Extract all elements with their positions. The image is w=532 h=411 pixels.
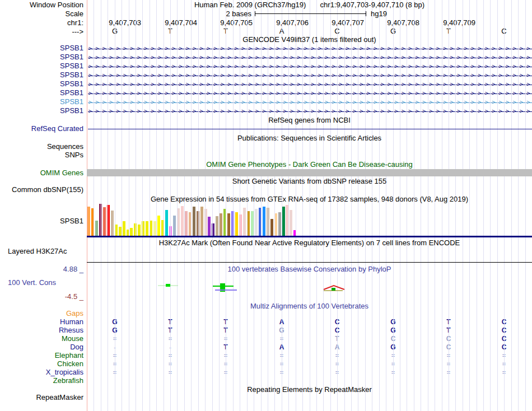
assembly-label: Human Feb. 2009 (GRCh37/hg19) — [194, 1, 306, 9]
track-label-gtex-spsb1[interactable]: SPSB1 — [0, 217, 83, 225]
h3k27ac-baseline — [87, 262, 532, 263]
grid-line — [254, 0, 254, 411]
grid-line — [156, 0, 157, 411]
gtex-bar — [270, 219, 273, 236]
track-label-100-vert-cons[interactable]: 100 Vert. Cons — [8, 279, 56, 287]
grid-line — [421, 0, 421, 411]
track-label-sequences[interactable]: Sequences — [0, 143, 83, 151]
genome-browser-image: Zebrafish========X_tropicalis========Chi… — [0, 0, 532, 411]
gene-direction-arrows: >>>>>>>>>>>>>>>>>>>>>>>>>>>>>>>>>>>>>>>>… — [88, 62, 532, 71]
track-title-dbsnp[interactable]: Short Genetic Variants from dbSNP releas… — [87, 178, 532, 185]
gtex-bar — [227, 213, 230, 236]
scale-bar — [255, 13, 366, 14]
position-tick-label: 9,407,706 — [262, 19, 309, 26]
track-label-common-dbsnp[interactable]: Common dbSNP(155) — [0, 186, 83, 194]
grid-line — [268, 0, 268, 411]
track-label-layered-h3k27ac[interactable]: Layered H3K27Ac — [8, 247, 67, 255]
gtex-bar — [146, 221, 148, 236]
grid-line — [511, 0, 512, 411]
species-label-human[interactable]: Human — [0, 318, 83, 326]
species-label-mouse[interactable]: Mouse — [0, 335, 83, 343]
grid-line — [483, 0, 484, 411]
position-tick-label: 9,407,709 — [428, 19, 475, 26]
track-title-publications[interactable]: Publications: Sequences in Scientific Ar… — [87, 134, 532, 142]
gtex-bar — [290, 210, 292, 236]
grid-line — [351, 0, 352, 411]
grid-line — [310, 0, 310, 411]
gtex-baseline — [87, 236, 532, 237]
track-title-phylop[interactable]: 100 vertebrates Basewise Conservation by… — [87, 265, 532, 273]
omim-genes-bar[interactable] — [87, 169, 532, 176]
grid-line — [115, 0, 115, 411]
gene-label-spsb1[interactable]: SPSB1 — [0, 80, 83, 88]
grid-line — [435, 0, 435, 411]
gtex-bar — [208, 217, 211, 236]
grid-line — [469, 0, 470, 411]
gene-label-spsb1[interactable]: SPSB1 — [0, 89, 83, 97]
grid-line — [393, 0, 394, 411]
gene-direction-arrows: >>>>>>>>>>>>>>>>>>>>>>>>>>>>>>>>>>>>>>>>… — [88, 98, 532, 107]
species-label-chicken[interactable]: Chicken — [0, 360, 83, 368]
phylop-mark-shape — [166, 284, 170, 287]
species-label-elephant[interactable]: Elephant — [0, 352, 83, 359]
scale-bar-left-tick — [255, 11, 255, 16]
phylop-min-label: -4.5 _ — [0, 293, 83, 301]
grid-line — [490, 0, 491, 411]
track-label-gaps[interactable]: Gaps — [0, 310, 83, 317]
track-title-multiz[interactable]: Multiz Alignments of 100 Vertebrates — [87, 302, 532, 310]
gene-direction-arrows: >>>>>>>>>>>>>>>>>>>>>>>>>>>>>>>>>>>>>>>>… — [88, 80, 532, 89]
species-label-rhesus[interactable]: Rhesus — [0, 326, 83, 334]
strand-label: ---> — [0, 28, 83, 36]
track-title-gtex[interactable]: Gene Expression in 54 tissues from GTEx … — [87, 195, 532, 203]
grid-line — [94, 0, 94, 411]
track-title-gencode[interactable]: GENCODE V49lift37 (1 items filtered out) — [87, 36, 532, 44]
species-label-zebrafish[interactable]: Zebrafish — [0, 377, 83, 385]
refseq-curated-line[interactable] — [88, 129, 532, 129]
gene-label-spsb1[interactable]: SPSB1 — [0, 53, 83, 61]
gtex-bar-chart[interactable] — [87, 202, 298, 236]
grid-line — [226, 0, 226, 411]
gene-direction-arrows: >>>>>>>>>>>>>>>>>>>>>>>>>>>>>>>>>>>>>>>>… — [88, 89, 532, 98]
track-label-refseq-curated[interactable]: RefSeq Curated — [0, 125, 83, 133]
gtex-bar — [200, 207, 203, 236]
track-label-snps[interactable]: SNPs — [0, 151, 83, 159]
gtex-bar — [263, 207, 265, 236]
track-title-h3k27ac[interactable]: H3K27Ac Mark (Often Found Near Active Re… — [87, 239, 532, 247]
track-title-refseq[interactable]: RefSeq genes from NCBI — [87, 116, 532, 124]
species-label-dog[interactable]: Dog — [0, 343, 83, 351]
grid-line — [205, 0, 206, 411]
grid-line — [101, 0, 101, 411]
scale-value: 2 bases — [195, 10, 251, 17]
species-label-x_tropicalis[interactable]: X_tropicalis — [0, 368, 83, 376]
gtex-bar — [220, 213, 222, 236]
grid-line — [142, 0, 143, 411]
gene-label-spsb1[interactable]: SPSB1 — [0, 44, 83, 52]
track-label-repeatmasker[interactable]: RepeatMasker — [0, 394, 83, 401]
phylop-mark-shape — [220, 283, 225, 292]
phylop-mark-shape — [332, 288, 335, 291]
grid-line — [323, 0, 324, 411]
gene-label-spsb1[interactable]: SPSB1 — [0, 98, 83, 106]
grid-line — [518, 0, 519, 411]
track-label-omim-genes[interactable]: OMIM Genes — [0, 169, 83, 177]
gene-direction-arrows: >>>>>>>>>>>>>>>>>>>>>>>>>>>>>>>>>>>>>>>>… — [88, 44, 532, 53]
gene-label-spsb1[interactable]: SPSB1 — [0, 71, 83, 79]
position-tick-label: 9,407,707 — [317, 19, 364, 26]
grid-line — [379, 0, 380, 411]
grid-line — [386, 0, 386, 411]
grid-line — [463, 0, 463, 411]
gtex-bar — [278, 212, 281, 236]
gtex-bar — [123, 221, 125, 236]
track-title-omim[interactable]: OMIM Gene Phenotypes - Dark Green Can Be… — [87, 161, 532, 169]
grid-line — [233, 0, 234, 411]
track-left-boundary — [87, 0, 87, 411]
gene-label-spsb1[interactable]: SPSB1 — [0, 62, 83, 70]
gtex-bar — [173, 216, 176, 236]
track-title-repeatmasker[interactable]: Repeating Elements by RepeatMasker — [87, 386, 532, 394]
grid-line — [274, 0, 275, 411]
gene-label-spsb1[interactable]: SPSB1 — [0, 107, 83, 115]
grid-line — [136, 0, 136, 411]
grid-line — [219, 0, 220, 411]
grid-line — [428, 0, 428, 411]
grid-line — [337, 0, 338, 411]
